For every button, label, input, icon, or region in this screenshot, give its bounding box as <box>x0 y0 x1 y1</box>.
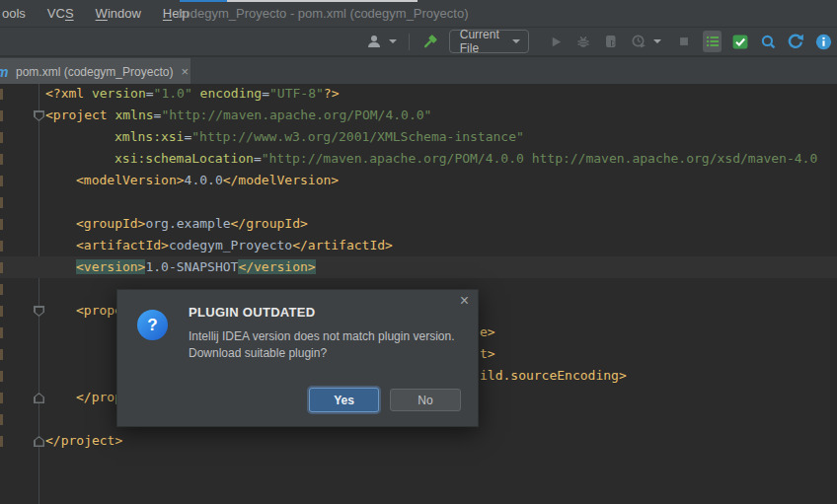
gutter-line-number-sliver <box>0 132 3 143</box>
editor-tab-bar: m pom.xml (codegym_Proyecto) × <box>0 56 837 84</box>
menu-item-ools[interactable]: ools <box>0 6 37 21</box>
gutter-line-number-sliver <box>0 436 3 447</box>
chevron-down-icon[interactable] <box>653 39 661 43</box>
user-avatar-icon[interactable] <box>365 33 383 50</box>
code-line: xmlns:xsi="http://www.w3.org/2001/XMLSch… <box>114 126 524 148</box>
fold-marker-icon[interactable] <box>34 110 44 121</box>
tab-close-icon[interactable]: × <box>181 65 189 78</box>
chevron-down-icon[interactable] <box>389 39 397 43</box>
gutter-line-number-sliver <box>0 349 3 360</box>
yes-button[interactable]: Yes <box>309 388 379 412</box>
gutter-line-number-sliver <box>0 219 3 230</box>
gutter-line-number-sliver <box>0 197 3 208</box>
menu-item-vcs[interactable]: VCS <box>37 6 85 21</box>
tab-label: pom.xml (codegym_Proyecto) <box>16 65 173 79</box>
gutter-line-number-sliver <box>0 284 3 295</box>
stop-icon[interactable] <box>675 33 693 50</box>
dialog-title: PLUGIN OUTDATED <box>189 305 315 320</box>
commit-check-icon[interactable] <box>731 33 749 50</box>
gutter-line-number-sliver <box>0 414 3 425</box>
code-line: <modelVersion>4.0.0</modelVersion> <box>76 170 339 191</box>
gutter-line-number-sliver <box>0 262 3 273</box>
refresh-icon[interactable] <box>787 33 804 50</box>
gutter-line-number-sliver <box>0 327 3 338</box>
run-with-coverage-icon[interactable] <box>602 33 620 50</box>
info-icon[interactable] <box>814 33 832 50</box>
search-everywhere-icon[interactable] <box>759 33 777 50</box>
code-line: </project> <box>45 430 122 452</box>
question-icon: ? <box>137 310 168 340</box>
code-line: <version>1.0-SNAPSHOT</version> <box>76 256 316 278</box>
gutter-line-number-sliver <box>0 241 3 252</box>
window-title: codegym_Proyecto - pom.xml (codegym_Proy… <box>177 6 469 21</box>
run-icon[interactable] <box>547 33 565 50</box>
code-line: <artifactId>codegym_Proyecto</artifactId… <box>76 235 393 256</box>
todo-list-button[interactable] <box>703 31 722 52</box>
maven-file-icon: m <box>0 64 12 80</box>
profiler-icon[interactable] <box>630 33 647 50</box>
code-line: <groupId>org.example</groupId> <box>76 213 308 235</box>
fold-marker-icon[interactable] <box>34 393 44 403</box>
dialog-message-line2: Download suitable plugin? <box>189 345 327 362</box>
main-toolbar: Current File <box>0 28 837 56</box>
gutter-line-number-sliver <box>0 110 3 121</box>
gutter-line-number-sliver <box>0 89 3 100</box>
tab-pom-xml[interactable]: m pom.xml (codegym_Proyecto) × <box>0 58 190 85</box>
top-white-strip <box>227 0 418 2</box>
code-line: <project xmlns="http://maven.apache.org/… <box>45 105 431 126</box>
code-line: t> <box>480 343 495 365</box>
code-line: e> <box>480 322 495 343</box>
code-line: ild.sourceEncoding> <box>480 365 627 387</box>
fold-marker-icon[interactable] <box>34 306 44 317</box>
top-blue-strip <box>180 0 227 2</box>
run-configuration-label: Current File <box>460 28 504 55</box>
fold-marker-icon[interactable] <box>34 436 44 447</box>
toolbar-separator <box>409 34 410 50</box>
build-hammer-icon[interactable] <box>421 33 439 50</box>
menu-item-window[interactable]: Window <box>85 6 152 21</box>
dialog-message-line1: Intellij IDEA version does not match plu… <box>189 328 454 345</box>
title-bar: oolsVCSWindowHelp codegym_Proyecto - pom… <box>0 0 837 28</box>
chevron-down-icon <box>512 39 520 43</box>
code-line: xsi:schemaLocation="http://maven.apache.… <box>114 148 817 170</box>
plugin-outdated-dialog: × ? PLUGIN OUTDATED Intellij IDEA versio… <box>116 289 479 427</box>
gutter-line-number-sliver <box>0 176 3 186</box>
debug-icon[interactable] <box>574 33 592 50</box>
code-line: <?xml version="1.0" encoding="UTF-8"?> <box>45 84 339 105</box>
dialog-close-icon[interactable]: × <box>460 293 469 309</box>
run-configuration-select[interactable]: Current File <box>449 30 529 53</box>
gutter-line-number-sliver <box>0 154 3 165</box>
gutter-line-number-sliver <box>0 393 3 403</box>
gutter-line-number-sliver <box>0 371 3 382</box>
no-button[interactable]: No <box>390 389 461 411</box>
gutter-line-number-sliver <box>0 306 3 317</box>
